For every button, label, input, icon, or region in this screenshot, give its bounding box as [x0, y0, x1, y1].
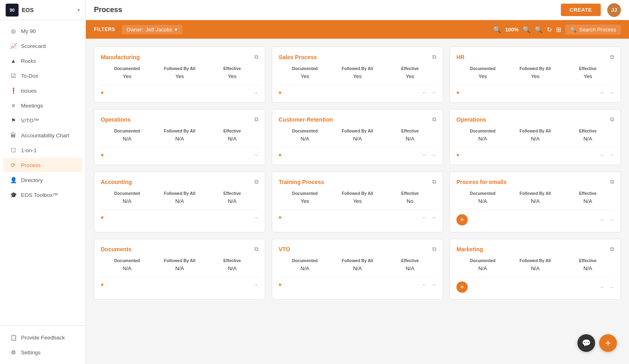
expand-icon-vto-card[interactable]: ▾ — [279, 281, 281, 288]
right-arrow-icon-operations-2[interactable]: → — [608, 152, 614, 158]
external-link-icon-process-emails[interactable]: ⧉ — [610, 178, 614, 185]
card-title-operations-1[interactable]: Operations — [101, 116, 131, 123]
sidebar-footer-settings[interactable]: ⚙ Settings — [3, 345, 82, 360]
external-link-icon-sales-process[interactable]: ⧉ — [432, 54, 436, 60]
expand-icon-sales-process[interactable]: ▾ — [279, 89, 281, 96]
card-title-manufacturing[interactable]: Manufacturing — [101, 54, 140, 60]
sidebar-item-my90[interactable]: ◎ My 90 — [3, 24, 82, 38]
left-arrow-icon-training-process[interactable]: ← — [422, 214, 427, 221]
expand-icon-customer-retention[interactable]: ▾ — [279, 152, 281, 158]
right-arrow-icon-operations-1[interactable]: → — [253, 152, 258, 158]
sidebar-item-meetings[interactable]: ≡ Meetings — [3, 98, 82, 113]
create-button[interactable]: CREATE — [561, 4, 601, 16]
external-link-icon-operations-2[interactable]: ⧉ — [610, 116, 614, 123]
card-title-operations-2[interactable]: Operations — [456, 116, 486, 123]
right-arrow-icon-accounting[interactable]: → — [253, 214, 258, 221]
fab-add-button[interactable]: + — [599, 334, 617, 352]
add-sub-button-process-emails[interactable]: + — [456, 214, 468, 225]
left-arrow-icon-process-emails[interactable]: ← — [600, 217, 605, 223]
expand-icon-documents[interactable]: ▾ — [101, 281, 104, 288]
sidebar-item-eostoolbox[interactable]: 🎓 EOS Toolbox™ — [3, 188, 82, 202]
expand-icon-operations-2[interactable]: ▾ — [456, 152, 459, 158]
owner-filter[interactable]: Owner: Jeff Jacobs ▾ — [122, 25, 182, 34]
zoom-in-icon[interactable]: 🔍 — [523, 26, 531, 33]
card-title-customer-retention[interactable]: Customer-Retention — [279, 116, 333, 123]
right-arrow-icon-documents[interactable]: → — [253, 281, 258, 288]
external-link-icon-hr[interactable]: ⧉ — [610, 54, 614, 60]
right-arrow-icon-process-emails[interactable]: → — [608, 217, 614, 223]
expand-icon-hr[interactable]: ▾ — [456, 89, 459, 96]
card-title-documents[interactable]: Documents — [101, 246, 131, 252]
refresh-icon[interactable]: ↻ — [547, 26, 552, 33]
right-arrow-icon-hr[interactable]: → — [608, 89, 614, 96]
expand-icon-accounting[interactable]: ▾ — [101, 214, 104, 221]
chat-button[interactable]: 💬 — [577, 334, 595, 352]
zoom-out-icon[interactable]: 🔍 — [535, 26, 543, 33]
search-zoom-icon[interactable]: 🔍 — [493, 26, 501, 33]
card-title-training-process[interactable]: Training Process — [279, 179, 324, 185]
card-title-marketing[interactable]: Marketing — [456, 246, 483, 252]
left-arrow-icon-hr[interactable]: ← — [600, 89, 605, 96]
card-title-process-emails[interactable]: Process for emails — [456, 179, 507, 185]
external-link-icon-training-process[interactable]: ⧉ — [432, 178, 436, 185]
right-arrow-icon-vto-card[interactable]: → — [431, 281, 436, 288]
left-arrow-icon-customer-retention[interactable]: ← — [422, 152, 427, 158]
col-documented-header: Documented — [101, 128, 153, 133]
col-followed-header: Followed By All — [509, 191, 561, 196]
external-link-icon-operations-1[interactable]: ⧉ — [254, 116, 258, 123]
external-link-icon-customer-retention[interactable]: ⧉ — [432, 116, 436, 123]
sidebar-item-process[interactable]: ⟳ Process — [3, 158, 82, 172]
search-box[interactable]: 🔍 Search Process — [565, 25, 621, 35]
card-title-sales-process[interactable]: Sales Process — [279, 54, 317, 60]
card-title-vto-card[interactable]: VTO — [279, 246, 290, 252]
col-documented-value-accounting: N/A — [101, 198, 153, 204]
right-arrow-icon-sales-process[interactable]: → — [431, 89, 436, 96]
sidebar-item-accountability[interactable]: 🏛 Accountability Chart — [3, 128, 82, 143]
sidebar-item-scorecard[interactable]: 📈 Scorecard — [3, 39, 82, 53]
card-footer-right-accounting: → — [253, 214, 258, 221]
col-effective-value-operations-1: N/A — [206, 136, 258, 142]
card-footer-left-sales-process: ▾ — [279, 89, 281, 96]
grid-icon[interactable]: ⊞ — [556, 26, 561, 33]
nav-icon-rocks: ▲ — [10, 57, 17, 64]
sidebar-item-todos[interactable]: ☑ To-Dos — [3, 68, 82, 83]
right-arrow-icon-training-process[interactable]: → — [431, 214, 436, 221]
card-footer-left-marketing: + — [456, 281, 468, 293]
card-title-accounting[interactable]: Accounting — [101, 179, 132, 185]
right-arrow-icon-marketing[interactable]: → — [608, 284, 614, 290]
right-arrow-icon-manufacturing[interactable]: → — [253, 89, 258, 96]
expand-icon-operations-1[interactable]: ▾ — [101, 152, 104, 158]
add-sub-button-marketing[interactable]: + — [456, 281, 468, 293]
nav-icon-todos: ☑ — [10, 72, 17, 79]
left-arrow-icon-operations-2[interactable]: ← — [600, 152, 605, 158]
sidebar-collapse-icon[interactable]: ▾ — [77, 7, 80, 13]
external-link-icon-manufacturing[interactable]: ⧉ — [254, 54, 258, 60]
card-title-hr[interactable]: HR — [456, 54, 464, 60]
external-link-icon-marketing[interactable]: ⧉ — [610, 246, 614, 252]
sidebar-item-issues[interactable]: ❗ Issues — [3, 83, 82, 98]
left-arrow-icon-sales-process[interactable]: ← — [422, 89, 427, 96]
nav-label-1on1: 1-on-1 — [21, 147, 37, 153]
left-arrow-icon-vto-card[interactable]: ← — [422, 281, 427, 288]
card-footer-left-training-process: ▾ — [279, 214, 281, 221]
col-documented-header: Documented — [279, 66, 331, 71]
sidebar-item-1on1[interactable]: ☐ 1-on-1 — [3, 143, 82, 157]
col-effective-value-marketing: N/A — [562, 265, 614, 271]
external-link-icon-documents[interactable]: ⧉ — [254, 246, 258, 252]
avatar[interactable]: JJ — [607, 3, 621, 17]
sidebar-item-vto[interactable]: ⚑ V/TO™ — [3, 113, 82, 128]
nav-label-issues: Issues — [21, 88, 37, 94]
expand-icon-training-process[interactable]: ▾ — [279, 214, 281, 221]
card-cols-training-process: Documented Yes Followed By All Yes Effec… — [279, 191, 436, 204]
left-arrow-icon-marketing[interactable]: ← — [600, 284, 605, 290]
external-link-icon-vto-card[interactable]: ⧉ — [432, 246, 436, 252]
sidebar-item-rocks[interactable]: ▲ Rocks — [3, 54, 82, 68]
right-arrow-icon-customer-retention[interactable]: → — [431, 152, 436, 158]
sidebar-footer: 📋 Provide Feedback ⚙ Settings — [0, 325, 85, 364]
col-effective-value-sales-process: Yes — [384, 73, 436, 79]
sidebar-item-directory[interactable]: 👤 Directory — [3, 173, 82, 187]
sidebar-footer-feedback[interactable]: 📋 Provide Feedback — [3, 330, 82, 345]
expand-icon-manufacturing[interactable]: ▾ — [101, 89, 104, 96]
external-link-icon-accounting[interactable]: ⧉ — [254, 178, 258, 185]
col-followed-value-hr: Yes — [509, 73, 561, 79]
